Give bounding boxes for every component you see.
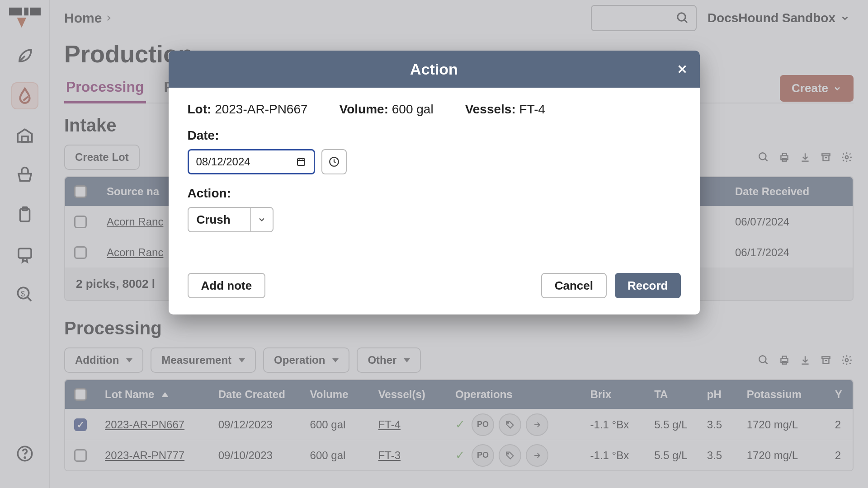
action-modal: Action Lot: 2023-AR-PN667 Volume: 600 ga…: [169, 51, 700, 314]
record-button[interactable]: Record: [615, 273, 681, 298]
action-value: Crush: [189, 213, 250, 227]
calendar-icon: [296, 156, 307, 167]
action-select[interactable]: Crush: [188, 207, 274, 232]
date-input[interactable]: 08/12/2024: [188, 149, 315, 174]
add-note-button[interactable]: Add note: [188, 273, 266, 298]
vessels-value: FT-4: [519, 102, 546, 116]
modal-title: Action: [410, 61, 458, 78]
close-icon[interactable]: [675, 62, 689, 76]
modal-overlay: Action Lot: 2023-AR-PN667 Volume: 600 ga…: [0, 0, 868, 488]
clock-icon: [328, 156, 340, 168]
date-value: 08/12/2024: [196, 155, 250, 168]
svg-rect-26: [297, 159, 305, 165]
volume-value: 600 gal: [392, 102, 434, 116]
chevron-down-icon: [250, 208, 273, 231]
lot-value: 2023-AR-PN667: [215, 102, 307, 116]
action-label: Action:: [188, 186, 681, 201]
date-label: Date:: [188, 128, 681, 143]
vessels-label: Vessels:: [465, 102, 516, 116]
lot-label: Lot:: [188, 102, 212, 116]
cancel-button[interactable]: Cancel: [541, 273, 607, 298]
volume-label: Volume:: [340, 102, 388, 116]
time-button[interactable]: [321, 149, 347, 174]
